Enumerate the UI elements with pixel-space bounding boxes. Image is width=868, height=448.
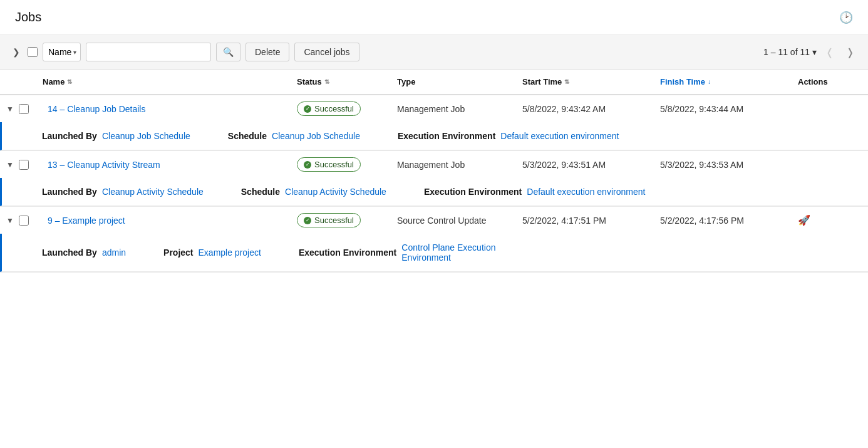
table-header: Name ⇅ Status ⇅ Type Start Time ⇅ Finish… <box>0 70 868 95</box>
col-start-time[interactable]: Start Time ⇅ <box>517 75 655 89</box>
row-13-status-badge: ✓ Successful <box>297 157 361 172</box>
row-13-exec-env-group: Execution Environment Default execution … <box>424 187 645 197</box>
row-14-controls: ▼ <box>0 103 38 115</box>
job-row-9: ▼ 9 – Example project ✓ Successful Sourc… <box>0 207 868 273</box>
row-9-launched-by-label: Launched By <box>42 247 97 258</box>
row-13-controls: ▼ <box>0 159 38 170</box>
pagination-dropdown-icon[interactable]: ▾ <box>812 47 817 57</box>
row-9-project-label: Project <box>163 247 193 258</box>
pagination-info: 1 – 11 of 11 ▾ <box>763 47 817 57</box>
col-finish-time[interactable]: Finish Time ↓ <box>655 75 793 89</box>
cancel-jobs-button[interactable]: Cancel jobs <box>294 43 359 61</box>
jobs-table: Name ⇅ Status ⇅ Type Start Time ⇅ Finish… <box>0 70 868 273</box>
row-9-project-group: Project Example project <box>163 247 261 258</box>
row-13-launched-by-link[interactable]: Cleanup Activity Schedule <box>102 187 204 197</box>
select-all-checkbox[interactable] <box>28 47 38 57</box>
history-icon[interactable]: 🕑 <box>839 11 853 24</box>
row-13-exec-env-link[interactable]: Default execution environment <box>527 187 645 197</box>
row-13-name: 13 – Cleanup Activity Stream <box>38 160 292 170</box>
row-9-exec-env-label: Execution Environment <box>299 247 396 258</box>
row-14-status-dot: ✓ <box>304 105 311 113</box>
row-14-detail: Launched By Cleanup Job Schedule Schedul… <box>0 122 868 150</box>
next-page-button[interactable]: ❭ <box>842 45 858 60</box>
row-13-type: Management Job <box>392 160 517 170</box>
col-name[interactable]: Name ⇅ <box>38 75 292 89</box>
row-9-start-time: 5/2/2022, 4:17:51 PM <box>517 216 655 226</box>
filter-select[interactable]: Name Status Type <box>43 43 81 61</box>
row-13-status-dot: ✓ <box>304 161 311 169</box>
job-main-row-13: ▼ 13 – Cleanup Activity Stream ✓ Success… <box>0 151 868 178</box>
search-input[interactable] <box>86 43 211 61</box>
col-status[interactable]: Status ⇅ <box>292 75 392 89</box>
row-14-start-time: 5/8/2022, 9:43:42 AM <box>517 104 655 114</box>
row-9-checkbox[interactable] <box>19 216 29 226</box>
rocket-icon[interactable]: 🚀 <box>798 214 810 226</box>
row-14-schedule-label: Schedule <box>228 131 267 141</box>
search-button[interactable]: 🔍 <box>216 43 240 61</box>
page-title: Jobs <box>15 10 41 24</box>
row-13-exec-env-label: Execution Environment <box>424 187 522 197</box>
job-row-13: ▼ 13 – Cleanup Activity Stream ✓ Success… <box>0 151 868 207</box>
row-13-schedule-label: Schedule <box>241 187 280 197</box>
row-9-launched-by-link[interactable]: admin <box>102 247 126 258</box>
row-14-schedule-link[interactable]: Cleanup Job Schedule <box>272 131 360 141</box>
start-time-sort-icon: ⇅ <box>564 78 569 85</box>
name-sort-icon: ⇅ <box>67 78 72 85</box>
row-14-expand-button[interactable]: ▼ <box>5 103 15 115</box>
row-14-exec-env-link[interactable]: Default execution environment <box>500 131 619 141</box>
row-13-schedule-link[interactable]: Cleanup Activity Schedule <box>285 187 386 197</box>
row-13-detail: Launched By Cleanup Activity Schedule Sc… <box>0 178 868 206</box>
row-13-checkbox[interactable] <box>19 160 29 170</box>
finish-time-sort-icon: ↓ <box>708 78 711 85</box>
row-14-exec-env-group: Execution Environment Default execution … <box>398 131 619 141</box>
row-13-start-time: 5/3/2022, 9:43:51 AM <box>517 160 655 170</box>
row-9-actions: 🚀 <box>793 214 868 226</box>
col-controls <box>0 75 38 89</box>
row-9-finish-time: 5/2/2022, 4:17:56 PM <box>655 216 793 226</box>
prev-page-button[interactable]: ❬ <box>822 45 837 60</box>
row-13-schedule-group: Schedule Cleanup Activity Schedule <box>241 187 386 197</box>
row-9-type: Source Control Update <box>392 216 517 226</box>
row-13-status: ✓ Successful <box>292 157 392 172</box>
row-9-status-badge: ✓ Successful <box>297 213 361 227</box>
row-14-status-badge: ✓ Successful <box>297 102 361 116</box>
row-9-status: ✓ Successful <box>292 213 392 227</box>
filter-select-wrapper: Name Status Type <box>43 43 81 61</box>
job-main-row-14: ▼ 14 – Cleanup Job Details ✓ Successful … <box>0 95 868 122</box>
row-9-exec-env-group: Execution Environment Control Plane Exec… <box>299 242 527 263</box>
row-13-name-link[interactable]: 13 – Cleanup Activity Stream <box>43 160 165 170</box>
toolbar: ❯ Name Status Type 🔍 Delete Cancel jobs … <box>0 35 868 70</box>
row-13-finish-time: 5/3/2022, 9:43:53 AM <box>655 160 793 170</box>
row-9-name: 9 – Example project <box>38 216 292 226</box>
delete-button[interactable]: Delete <box>245 43 289 61</box>
col-type: Type <box>392 75 517 89</box>
row-14-name: 14 – Cleanup Job Details <box>38 104 292 114</box>
expand-all-button[interactable]: ❯ <box>10 44 23 60</box>
row-9-status-dot: ✓ <box>304 217 311 224</box>
row-13-launched-by-group: Launched By Cleanup Activity Schedule <box>42 187 204 197</box>
status-sort-icon: ⇅ <box>324 78 329 85</box>
row-14-launched-by-link[interactable]: Cleanup Job Schedule <box>102 131 190 141</box>
row-9-name-link[interactable]: 9 – Example project <box>43 216 130 226</box>
row-14-launched-by-group: Launched By Cleanup Job Schedule <box>42 131 190 141</box>
col-actions: Actions <box>793 75 868 89</box>
pagination-text: 1 – 11 of 11 <box>763 47 810 57</box>
row-14-type: Management Job <box>392 104 517 114</box>
row-14-schedule-group: Schedule Cleanup Job Schedule <box>228 131 360 141</box>
row-14-finish-time: 5/8/2022, 9:43:44 AM <box>655 104 793 114</box>
row-9-exec-env-link[interactable]: Control Plane Execution Environment <box>401 242 527 263</box>
row-14-status: ✓ Successful <box>292 102 392 116</box>
row-14-exec-env-label: Execution Environment <box>398 131 495 141</box>
row-13-launched-by-label: Launched By <box>42 187 97 197</box>
row-14-launched-by-label: Launched By <box>42 131 97 141</box>
job-main-row-9: ▼ 9 – Example project ✓ Successful Sourc… <box>0 207 868 234</box>
job-row-14: ▼ 14 – Cleanup Job Details ✓ Successful … <box>0 95 868 151</box>
row-9-controls: ▼ <box>0 215 38 226</box>
row-13-expand-button[interactable]: ▼ <box>5 159 15 170</box>
row-9-detail: Launched By admin Project Example projec… <box>0 234 868 272</box>
row-14-checkbox[interactable] <box>19 104 29 114</box>
row-9-launched-by-group: Launched By admin <box>42 247 126 258</box>
row-9-expand-button[interactable]: ▼ <box>5 215 15 226</box>
row-9-project-link[interactable]: Example project <box>199 247 261 258</box>
row-14-name-link[interactable]: 14 – Cleanup Job Details <box>43 104 150 114</box>
